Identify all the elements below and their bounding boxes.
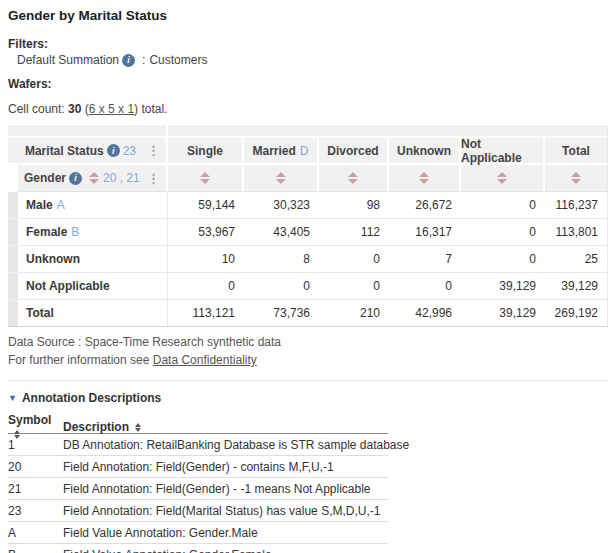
value-cell: 39,129 [545,273,608,300]
wafers-label: Wafers: [8,77,608,91]
annotation-descriptions-toggle[interactable]: ▼ Annotation Descriptions [8,391,608,405]
sort-icon[interactable] [89,172,99,184]
sort-cell-single [168,165,244,192]
column-field-header: Marital Status i 23 ⋮ [8,138,168,165]
value-cell: 269,192 [545,300,608,327]
section-divider [8,380,608,381]
page-title: Gender by Marital Status [8,8,608,23]
sort-cell-divorced [319,165,389,192]
description-column-header[interactable]: Description [63,420,388,434]
collapse-arrow-icon[interactable]: ▼ [8,394,17,403]
table-top-strip-stub [8,125,168,138]
symbol-header-label: Symbol [8,413,51,427]
annotation-row: 23 Field Annotation: Field(Marital Statu… [8,500,388,522]
sort-icon[interactable] [348,172,358,184]
column-header-unknown[interactable]: Unknown [389,138,461,165]
value-cell: 0 [319,273,389,300]
filters-label: Filters: [8,37,608,51]
value-cell: 0 [319,246,389,273]
value-cell: 53,967 [168,219,244,246]
value-cell: 59,144 [168,192,244,219]
value-cell: 30,323 [244,192,319,219]
value-cell: 0 [389,273,461,300]
cell-count-dims-link[interactable]: 6 x 5 x 1 [89,102,134,116]
row-label-text: Unknown [26,252,80,266]
row-gutter [8,192,18,219]
sort-cell-married [244,165,319,192]
value-cell: 43,405 [244,219,319,246]
value-cell: 0 [461,246,545,273]
annotation-row: A Field Value Annotation: Gender.Male [8,522,388,544]
annotation-description: Field Value Annotation: Gender.Male [63,526,388,540]
sort-icon[interactable] [419,172,429,184]
annotation-symbol: 23 [8,504,63,518]
row-gutter [8,246,18,273]
value-cell: 8 [244,246,319,273]
annotation-row: 20 Field Annotation: Field(Gender) - con… [8,456,388,478]
filters-section: Filters: Default Summation i : Customers [8,37,608,67]
value-cell: 10 [168,246,244,273]
annotation-descriptions-title: Annotation Descriptions [22,391,161,405]
filter-separator: : [142,53,145,67]
annotation-row: 1 DB Annotation: RetailBanking Database … [8,434,388,456]
field-menu-icon[interactable]: ⋮ [145,144,162,157]
row-label-text: Female [26,225,67,239]
value-cell: 39,129 [461,300,545,327]
value-cell: 0 [168,273,244,300]
description-header-label: Description [63,420,129,434]
value-cell: 113,801 [545,219,608,246]
annotation-description: Field Value Annotation: Gender.Female [63,548,388,553]
annotation-description: Field Annotation: Field(Gender) - -1 mea… [63,482,388,496]
field-menu-icon[interactable]: ⋮ [145,172,162,185]
annotation-description: DB Annotation: RetailBanking Database is… [63,438,388,452]
row-label-female: FemaleB [18,219,168,246]
column-header-not-applicable[interactable]: Not Applicable [461,138,545,165]
wafers-section: Wafers: [8,77,608,91]
sort-icon[interactable] [497,172,507,184]
annotation-ref-b[interactable]: B [71,225,79,239]
value-cell: 42,996 [389,300,461,327]
row-label-text: Male [26,198,53,212]
annotation-ref-23[interactable]: 23 [123,144,136,158]
column-header-married[interactable]: MarriedD [244,138,319,165]
value-cell: 25 [545,246,608,273]
value-cell: 210 [319,300,389,327]
annotation-refs-20-21[interactable]: 20 , 21 [103,171,140,185]
sort-cell-total [545,165,608,192]
annotation-symbol: B [8,548,63,553]
value-cell: 112 [319,219,389,246]
row-label-not-applicable: Not Applicable [18,273,168,300]
filter-name: Default Summation [17,53,119,67]
sort-icon[interactable] [571,172,581,184]
value-cell: 116,237 [545,192,608,219]
row-label-total: Total [18,300,168,327]
value-cell: 39,129 [461,273,545,300]
annotation-ref-a[interactable]: A [57,198,65,212]
sort-icon[interactable] [276,172,286,184]
info-icon[interactable]: i [122,54,135,67]
annotation-description: Field Annotation: Field(Gender) - contai… [63,460,388,474]
column-header-total[interactable]: Total [545,138,608,165]
row-gutter [8,219,18,246]
value-cell: 98 [319,192,389,219]
value-cell: 0 [461,219,545,246]
sort-icon[interactable] [135,423,141,432]
data-confidentiality-link[interactable]: Data Confidentiality [153,353,257,367]
data-source-line: Data Source : Space-Time Research synthe… [8,335,608,350]
annotation-description: Field Annotation: Field(Marital Status) … [63,504,388,518]
row-label-text: Total [26,306,54,320]
sort-cell-not-applicable [461,165,545,192]
column-header-divorced[interactable]: Divorced [319,138,389,165]
info-icon[interactable]: i [107,144,120,157]
sort-icon[interactable] [200,172,210,184]
annotation-ref-d[interactable]: D [300,144,309,158]
further-info-text: For further information see [8,353,149,367]
column-header-label: Married [252,144,295,158]
info-icon[interactable]: i [69,172,82,185]
column-field-label: Marital Status [25,144,104,158]
value-cell: 16,317 [389,219,461,246]
annotation-row: 21 Field Annotation: Field(Gender) - -1 … [8,478,388,500]
annotation-symbol: 1 [8,438,63,452]
column-header-single[interactable]: Single [168,138,244,165]
sort-cell-unknown [389,165,461,192]
